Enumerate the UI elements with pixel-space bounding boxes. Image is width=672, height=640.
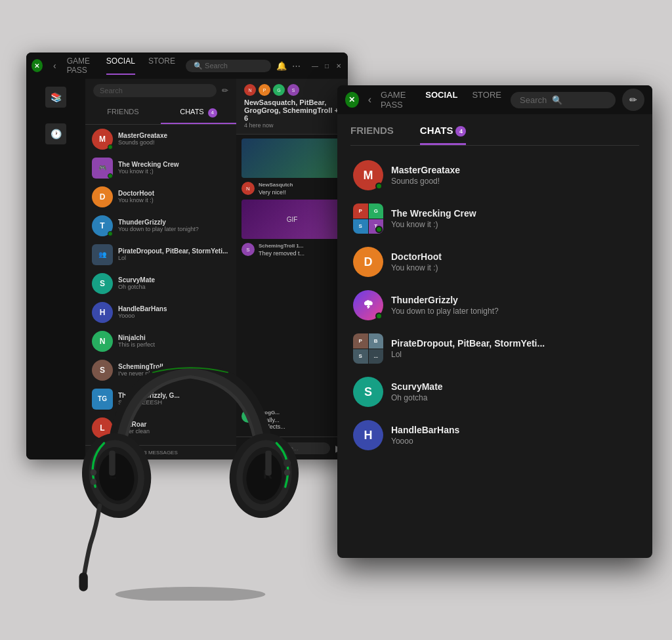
bg-msg-sender-1: NewSasqutch <box>259 182 343 188</box>
main-chats-tab[interactable]: CHATS4 <box>420 125 467 145</box>
main-chat-item-mastergreataxe[interactable]: M MasterGreataxe Sounds good! <box>350 154 639 197</box>
bg-msg-content-1: NewSasqutch Very nice!! <box>259 182 343 196</box>
bg-chat-item-mastergreataxe[interactable]: M MasterGreataxe Sounds good! <box>85 125 236 154</box>
bg-avatar-piratedropout: 👥 <box>92 244 113 265</box>
bg-minimize-button[interactable]: — <box>311 62 319 70</box>
main-avatar-wrap-doctorhoot: D <box>353 247 383 277</box>
bg-chat-msg-scurvymate: Oh gotcha <box>118 284 155 290</box>
bg-msg-content-2: SchemingTroll 1... They removed t... <box>259 243 343 257</box>
bg-close-button[interactable]: ✕ <box>335 62 343 70</box>
bg-msg-avatar-2: S <box>242 243 255 256</box>
main-chat-item-wrecking[interactable]: P G S T The Wrecking Crew You know it :) <box>350 197 639 240</box>
bg-online-dot-wrecking <box>108 173 113 179</box>
main-titlebar-right: Search 🔍 ✏ <box>511 89 644 111</box>
main-nav-social[interactable]: SOCIAL <box>425 90 457 110</box>
svg-point-17 <box>284 469 291 476</box>
bg-chat-info-handlebar: HandleBarHans Yoooo <box>118 305 167 319</box>
main-chat-item-piratedropout[interactable]: P B S ... PirateDropout, PitBear, StormY… <box>350 327 639 370</box>
bg-game-thumb-1 <box>242 139 343 178</box>
main-chat-msg-doctorhoot: You know it :) <box>391 263 637 272</box>
bg-friends-tab[interactable]: FRIENDS <box>85 102 161 124</box>
bg-chat-name-piratedropout: PirateDropout, PitBear, StormYeti... <box>118 247 228 255</box>
main-group-cell-pd1: P <box>353 333 368 349</box>
svg-rect-12 <box>265 450 272 475</box>
bg-xbox-logo-icon: ✕ <box>32 59 43 72</box>
bg-chat-msg-thundergrizzly: You down to play later tonight? <box>118 226 199 232</box>
main-avatar-scurvymate: S <box>353 377 383 407</box>
bg-msg-scheming: S SchemingTroll 1... They removed t... <box>242 243 343 257</box>
bg-chat-msg-handlebar: Yoooo <box>118 312 167 319</box>
main-group-avatar-piratedropout: P B S ... <box>353 333 383 364</box>
bg-more-icon[interactable]: ⋯ <box>292 61 301 71</box>
main-chats-badge: 4 <box>455 126 466 137</box>
bg-msg-text-2: They removed t... <box>259 250 343 257</box>
bg-sidebar-library-icon[interactable]: 📚 <box>45 87 66 108</box>
main-titlebar: ✕ ‹ GAME PASS SOCIAL STORE Search 🔍 ✏ <box>337 85 652 114</box>
main-chat-msg-handlebar: Yoooo <box>391 437 637 446</box>
bg-sidebar-activity-icon[interactable]: 🕐 <box>45 123 66 144</box>
bg-chat-msg-wrecking: You know it ;) <box>118 168 179 175</box>
bg-search-input[interactable]: Search <box>93 84 217 97</box>
main-avatar-wrap-wrecking: P G S T <box>353 203 383 234</box>
bg-chat-item-handlebar[interactable]: H HandleBarHans Yoooo <box>85 298 236 327</box>
bg-chat-header-sub: 4 here now <box>244 122 340 129</box>
main-friends-tab[interactable]: FRIENDS <box>350 125 394 145</box>
main-avatar-wrap-handlebar: H <box>353 420 383 450</box>
main-avatar-wrap-mastergreataxe: M <box>353 160 383 190</box>
main-chat-item-thundergrizzly[interactable]: 🌩 ThunderGrizzly You down to play later … <box>350 284 639 327</box>
bg-search-text: Search <box>100 87 123 95</box>
svg-point-14 <box>91 469 97 476</box>
bg-chat-item-scurvymate[interactable]: S ScurvyMate Oh gotcha <box>85 269 236 298</box>
bg-chat-info-doctorhoot: DoctorHoot You know it :) <box>118 190 154 203</box>
bg-bell-icon[interactable]: 🔔 <box>276 61 287 71</box>
main-chat-info-handlebar: HandleBarHans Yoooo <box>391 425 637 446</box>
bg-search-bar[interactable]: 🔍 Search <box>186 60 271 72</box>
main-chat-msg-scurvymate: Oh gotcha <box>391 393 637 402</box>
bg-chat-item-piratedropout[interactable]: 👥 PirateDropout, PitBear, StormYeti... L… <box>85 240 236 269</box>
bg-chat-msg: Sounds good! <box>118 139 167 146</box>
main-chat-info-piratedropout: PirateDropout, PitBear, StormYeti... Lol <box>391 338 637 359</box>
bg-avatar-doctorhoot: D <box>92 186 113 207</box>
bg-avatar-handlebar: H <box>92 302 113 323</box>
bg-chat-item-doctorhoot[interactable]: D DoctorHoot You know it :) <box>85 182 236 211</box>
bg-nav-social[interactable]: SOCIAL <box>106 56 135 75</box>
svg-point-15 <box>91 479 97 485</box>
main-xbox-logo-icon: ✕ <box>345 92 359 108</box>
bg-msg-text-1: Very nice!! <box>259 189 343 196</box>
bg-online-dot <box>108 144 113 150</box>
main-chat-item-doctorhoot[interactable]: D DoctorHoot You know it :) <box>350 240 639 284</box>
svg-rect-11 <box>109 450 116 475</box>
bg-nav-back-icon[interactable]: ‹ <box>53 60 56 71</box>
bg-chat-item-thundergrizzly[interactable]: T ThunderGrizzly You down to play later … <box>85 211 236 240</box>
main-nav-store[interactable]: STORE <box>472 90 501 110</box>
bg-compose-icon[interactable]: ✏ <box>222 86 228 95</box>
main-nav-gamepass[interactable]: GAME PASS <box>381 90 411 110</box>
main-tabs: FRIENDS CHATS4 <box>350 114 639 146</box>
bg-nav-store[interactable]: STORE <box>148 56 175 75</box>
bg-mini-av-4: S <box>287 84 299 96</box>
main-chat-name-scurvymate: ScurvyMate <box>391 381 637 392</box>
main-chat-name-handlebar: HandleBarHans <box>391 425 637 435</box>
main-chat-item-scurvymate[interactable]: S ScurvyMate Oh gotcha <box>350 370 639 414</box>
bg-msg-newsasquatch: N NewSasqutch Very nice!! <box>242 182 343 196</box>
main-search-bar[interactable]: Search 🔍 <box>511 92 616 108</box>
main-online-dot-thundergrizzly <box>375 312 383 320</box>
main-chat-item-handlebar[interactable]: H HandleBarHans Yoooo <box>350 414 639 457</box>
main-nav-back-icon[interactable]: ‹ <box>368 94 371 106</box>
bg-panel-search: Search ✏ <box>85 79 236 102</box>
bg-chat-item-wrecking[interactable]: 🎮 The Wrecking Crew You know it ;) <box>85 154 236 182</box>
main-avatar-wrap-scurvymate: S <box>353 377 383 407</box>
bg-titlebar: ✕ ‹ GAME PASS SOCIAL STORE 🔍 Search 🔔 ⋯ … <box>26 53 348 79</box>
main-chat-info-wrecking: The Wrecking Crew You know it :) <box>391 208 637 229</box>
main-search-placeholder-text: Search <box>520 95 547 105</box>
bg-nav-gamepass[interactable]: GAME PASS <box>67 56 93 75</box>
svg-rect-13 <box>79 572 87 591</box>
bg-avatar-mastergreataxe: M <box>92 129 113 150</box>
main-avatar-doctorhoot: D <box>353 247 383 277</box>
bg-chats-tab[interactable]: CHATS 4 <box>161 102 236 124</box>
bg-tabs: FRIENDS CHATS 4 <box>85 102 236 125</box>
bg-chat-info-mastergreataxe: MasterGreataxe Sounds good! <box>118 132 167 146</box>
main-search-icon: 🔍 <box>552 95 562 105</box>
bg-maximize-button[interactable]: □ <box>323 62 331 70</box>
main-compose-button[interactable]: ✏ <box>622 89 644 111</box>
